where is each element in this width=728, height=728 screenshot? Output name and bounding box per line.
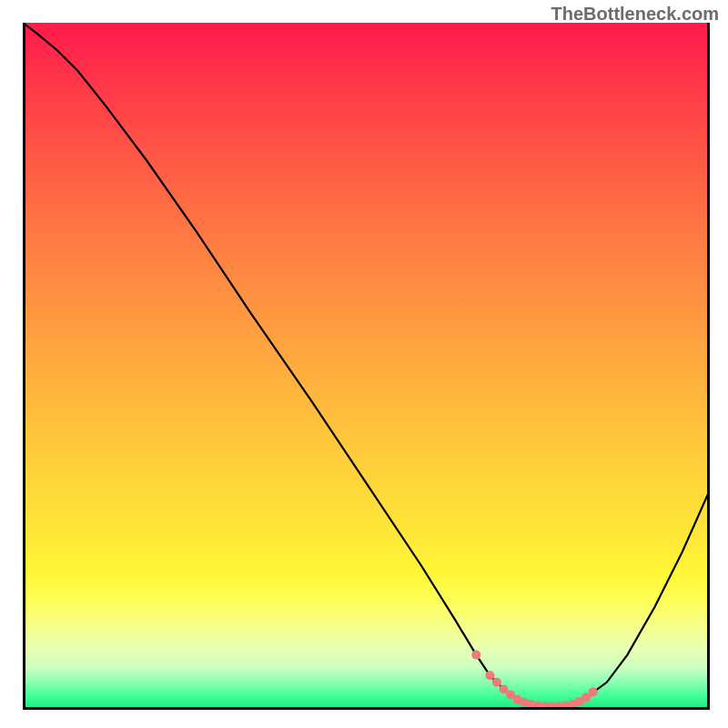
chart-container: TheBottleneck.com bbox=[0, 0, 728, 728]
watermark-text: TheBottleneck.com bbox=[551, 4, 719, 25]
dots-layer bbox=[23, 23, 710, 710]
optimal-dot bbox=[471, 651, 480, 660]
plot-area bbox=[23, 23, 710, 710]
optimal-dot bbox=[492, 678, 501, 687]
optimal-zone-dots bbox=[471, 651, 597, 710]
optimal-dot bbox=[589, 687, 598, 696]
optimal-dot bbox=[485, 671, 494, 680]
